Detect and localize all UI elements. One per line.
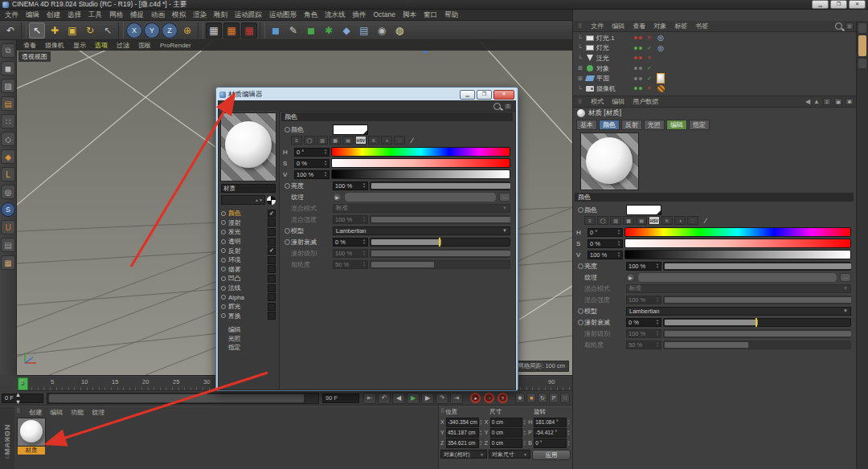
value-field[interactable]: 0 %▲▼ xyxy=(588,239,623,248)
texture-field[interactable] xyxy=(637,272,837,283)
stepper-icon[interactable]: ▲▼ xyxy=(656,341,659,348)
visibility-dot[interactable] xyxy=(639,47,642,50)
channel-checkbox[interactable] xyxy=(268,275,276,283)
stepper-icon[interactable]: ▲▼ xyxy=(362,216,366,222)
stepper-icon[interactable]: ▲▼ xyxy=(656,296,659,303)
stepper-icon[interactable]: ▲▼ xyxy=(362,239,366,245)
eyedropper-icon[interactable]: ∕ xyxy=(700,216,711,225)
render-view-icon[interactable]: ▦ xyxy=(206,22,222,39)
value-field[interactable]: 100 %▲▼ xyxy=(333,249,368,258)
protection-tag-icon[interactable] xyxy=(657,84,665,92)
coord-size-dropdown[interactable]: 对象尺寸▼ xyxy=(489,450,530,459)
menu-item[interactable]: 纹理 xyxy=(92,408,104,417)
menu-item[interactable]: 编辑 xyxy=(612,22,624,31)
dropdown-field[interactable]: 标准▼ xyxy=(626,284,851,293)
animation-dot-icon[interactable] xyxy=(221,313,226,318)
search-icon[interactable] xyxy=(493,103,501,110)
color-mixer-icon[interactable]: ◑ xyxy=(381,136,392,145)
material-preview[interactable] xyxy=(221,113,276,181)
animation-dot-icon[interactable] xyxy=(221,248,226,253)
object-name[interactable]: 灯光.1 xyxy=(596,34,633,43)
channel-row[interactable]: 漫射 xyxy=(220,218,277,228)
points-mode-icon[interactable]: ∷ xyxy=(1,114,15,128)
panel-grip-icon[interactable]: ⠿ xyxy=(16,408,21,417)
model-mode-icon[interactable]: ◼ xyxy=(1,61,15,75)
close-button[interactable]: ✕ xyxy=(849,0,866,9)
menu-item[interactable]: 运动图形 xyxy=(269,10,297,20)
volume-icon[interactable]: ◆ xyxy=(338,22,354,39)
visibility-dot[interactable] xyxy=(639,67,642,70)
record-rotation-toggle[interactable]: ↻ xyxy=(538,393,547,403)
stepper-icon[interactable]: ▲▼ xyxy=(362,261,366,267)
channel-label[interactable]: 法线 xyxy=(228,283,241,292)
menu-item[interactable]: 流水线 xyxy=(325,10,346,20)
play-forwards-button[interactable]: ▶ xyxy=(407,393,420,404)
gradient-slider[interactable] xyxy=(624,250,851,259)
channel-row[interactable]: Alpha xyxy=(220,292,277,302)
animation-dot-icon[interactable] xyxy=(221,295,226,300)
animation-dot-icon[interactable] xyxy=(221,239,226,244)
channel-label[interactable]: 颜色 xyxy=(228,209,241,218)
stepper-icon[interactable]: ▲▼ xyxy=(479,419,483,426)
disabled-cross-icon[interactable]: ✕ xyxy=(645,85,653,92)
minimize-button[interactable]: ▁ xyxy=(460,90,475,100)
search-icon[interactable] xyxy=(835,22,842,30)
slider-track[interactable] xyxy=(663,318,851,327)
next-frame-button[interactable]: ▶ xyxy=(421,393,434,404)
previous-frame-button[interactable]: ◀ xyxy=(392,393,405,404)
animation-dot-icon[interactable] xyxy=(578,207,583,213)
lock-workplane-icon[interactable]: ▤ xyxy=(1,238,15,252)
preview-scene-icon[interactable] xyxy=(267,196,276,205)
dropdown-field[interactable]: Lambertian▼ xyxy=(333,226,510,235)
channel-checkbox[interactable]: ✓ xyxy=(268,247,276,255)
channel-row[interactable]: 透明 xyxy=(220,237,277,247)
animation-dot-icon[interactable] xyxy=(221,267,226,271)
viewport-menu-item[interactable]: 面板 xyxy=(138,41,151,50)
visibility-dot[interactable] xyxy=(639,36,642,39)
menu-item[interactable]: 对象 xyxy=(653,22,666,31)
tab-反射[interactable]: 反射 xyxy=(621,120,642,130)
coordinate-value-field[interactable]: 451.187 cm xyxy=(446,428,479,438)
animation-dot-icon[interactable] xyxy=(285,228,290,234)
generator-icon[interactable]: ◼ xyxy=(303,22,319,39)
channel-row[interactable]: 置换 xyxy=(220,312,277,321)
texture-field[interactable] xyxy=(344,192,497,202)
tab-基本[interactable]: 基本 xyxy=(576,120,597,130)
value-field[interactable]: 50 %▲▼ xyxy=(626,341,661,349)
restore-button[interactable]: ❐ xyxy=(477,90,492,100)
stepper-icon[interactable]: ▲▼ xyxy=(522,419,526,426)
value-field[interactable]: 0 °▲▼ xyxy=(588,228,623,237)
viewport-menu-item[interactable]: 过滤 xyxy=(117,41,129,50)
record-pla-toggle[interactable]: ∷ xyxy=(560,393,570,403)
last-tool-icon[interactable]: ↖ xyxy=(100,22,116,39)
spectrum-picker-icon[interactable]: ▥ xyxy=(317,136,328,145)
tab-指定[interactable]: 指定 xyxy=(689,120,710,130)
content-browser-icon[interactable] xyxy=(858,35,866,56)
channel-label[interactable]: 发光 xyxy=(228,227,241,236)
target-tag-icon[interactable]: ◎ xyxy=(657,34,665,42)
move-icon[interactable]: ✚ xyxy=(47,22,63,39)
color-wheel-icon[interactable]: ◯ xyxy=(597,216,608,225)
make-editable-icon[interactable]: ⧉ xyxy=(1,43,15,58)
page-编辑[interactable]: 编辑 xyxy=(220,325,277,334)
channel-label[interactable]: 漫射 xyxy=(228,218,241,227)
disabled-cross-icon[interactable]: ✕ xyxy=(645,35,653,41)
object-row[interactable]: └灯光.1✕◎ xyxy=(573,33,868,43)
animation-dot-icon[interactable] xyxy=(578,320,583,325)
coordinate-value-field[interactable]: 0 cm xyxy=(490,438,523,448)
structure-tab-icon[interactable] xyxy=(858,59,866,68)
record-active-objects-button[interactable]: ● xyxy=(470,393,481,403)
menu-item[interactable]: 编辑 xyxy=(26,10,39,20)
animation-dot-icon[interactable] xyxy=(221,258,226,263)
spline-pen-icon[interactable]: ✎ xyxy=(285,22,301,39)
floor-icon[interactable]: ▤ xyxy=(356,22,372,39)
image-picker-icon[interactable]: ▩ xyxy=(330,136,341,145)
record-scale-toggle[interactable]: ■ xyxy=(526,393,536,403)
visibility-dot[interactable] xyxy=(634,56,637,59)
stepper-icon[interactable]: ▲▼ xyxy=(617,251,620,258)
animation-dot-icon[interactable] xyxy=(221,276,226,281)
viewport-menu-item[interactable]: 摄像机 xyxy=(45,41,64,50)
value-field[interactable]: 0 °▲▼ xyxy=(294,148,330,157)
slider-track[interactable] xyxy=(663,262,851,271)
animation-dot-icon[interactable] xyxy=(221,220,226,225)
